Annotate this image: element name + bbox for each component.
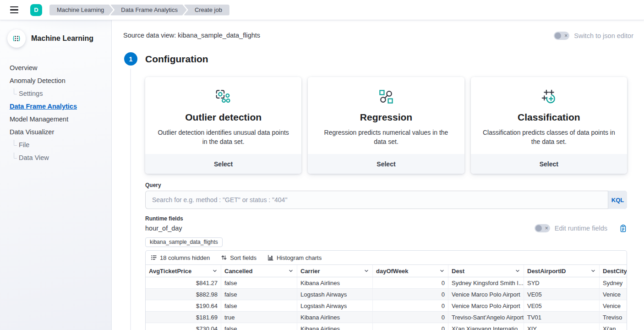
column-header-cancelled[interactable]: Cancelled — [221, 265, 297, 277]
sidebar-item-model-management[interactable]: Model Management — [10, 113, 111, 126]
table-cell[interactable]: $190.64 — [146, 300, 221, 311]
card-regression: Regression Regression predicts numerical… — [308, 77, 464, 174]
main-content: Source data view: kibana_sample_data_fli… — [112, 20, 644, 330]
table-cell[interactable]: XIY — [524, 323, 600, 330]
table-cell[interactable]: 0 — [373, 277, 448, 288]
sidebar-item-data-view[interactable]: Data View — [14, 151, 111, 164]
columns-hidden-button[interactable]: 18 columns hidden — [151, 254, 210, 261]
table-cell[interactable]: $841.27 — [146, 277, 221, 288]
table-cell[interactable]: false — [221, 289, 297, 300]
json-editor-toggle-label[interactable]: Switch to json editor — [574, 32, 633, 39]
table-cell[interactable]: Treviso-Sant'Angelo Airport — [448, 312, 524, 323]
table-cell[interactable]: Xi'an — [600, 323, 627, 330]
table-cell[interactable]: false — [221, 277, 297, 288]
chevron-down-icon — [439, 268, 445, 274]
table-cell[interactable]: false — [221, 300, 297, 311]
switch-cross-icon — [545, 224, 548, 232]
table-cell[interactable]: Venice Marco Polo Airport — [448, 300, 524, 311]
sidebar-item-overview[interactable]: Overview — [10, 61, 111, 74]
select-classification-button[interactable]: Select — [471, 154, 627, 174]
card-description: Regression predicts numerical values in … — [319, 128, 453, 147]
column-header-carrier[interactable]: Carrier — [297, 265, 373, 277]
top-header: D Machine Learning Data Frame Analytics … — [0, 0, 644, 20]
table-cell[interactable]: Logstash Airways — [297, 300, 373, 311]
table-cell[interactable]: TV01 — [524, 312, 600, 323]
column-header-dest[interactable]: Dest — [448, 265, 524, 277]
histogram-charts-button[interactable]: Histogram charts — [267, 254, 322, 261]
table-cell[interactable]: $181.69 — [146, 312, 221, 323]
column-label: Dest — [452, 268, 464, 275]
configuration-section: Outlier detection Outlier detection iden… — [145, 77, 627, 330]
column-header-destairportid[interactable]: DestAirportID — [524, 265, 600, 277]
table-cell[interactable]: Sydney — [600, 277, 627, 288]
table-cell[interactable]: $730.04 — [146, 323, 221, 330]
column-label: AvgTicketPrice — [149, 268, 191, 275]
table-cell[interactable]: Treviso — [600, 312, 627, 323]
sidebar: Machine Learning Overview Anomaly Detect… — [0, 20, 112, 330]
sidebar-item-data-visualizer[interactable]: Data Visualizer — [10, 126, 111, 138]
query-search-input[interactable] — [145, 191, 608, 209]
step-header: 1 Configuration — [124, 52, 208, 66]
breadcrumb-data-frame-analytics[interactable]: Data Frame Analytics — [110, 5, 187, 16]
column-header-dayofweek[interactable]: dayOfWeek — [373, 265, 448, 277]
card-description: Outlier detection identifies unusual dat… — [156, 128, 290, 147]
table-cell[interactable]: Logstash Airways — [297, 289, 373, 300]
table-cell[interactable]: 0 — [373, 323, 448, 330]
table-cell[interactable]: true — [221, 312, 297, 323]
select-regression-button[interactable]: Select — [308, 154, 464, 174]
column-header-destcityname[interactable]: DestCityName — [600, 265, 627, 277]
table-cell[interactable]: Sydney Kingsford Smith I... — [448, 277, 524, 288]
regression-icon — [378, 87, 394, 106]
edit-runtime-fields-switch[interactable] — [535, 224, 550, 232]
switch-thumb — [535, 225, 542, 231]
sidebar-item-data-frame-analytics[interactable]: Data Frame Analytics — [10, 100, 111, 113]
menu-hamburger-icon[interactable] — [5, 1, 23, 19]
copy-icon[interactable] — [619, 225, 627, 232]
column-header-avgticketprice[interactable]: AvgTicketPrice — [146, 265, 221, 277]
table-cell[interactable]: Kibana Airlines — [297, 323, 373, 330]
sidebar-item-anomaly-detection[interactable]: Anomaly Detection — [10, 74, 111, 87]
edit-runtime-fields-label[interactable]: Edit runtime fields — [555, 225, 607, 232]
breadcrumb-machine-learning[interactable]: Machine Learning — [49, 5, 113, 16]
table-cell[interactable]: Xi'an Xianyang Internatio... — [448, 323, 524, 330]
table-row: $730.04 false Kibana Airlines 0 Xi'an Xi… — [146, 323, 627, 330]
table-cell[interactable]: Venice — [600, 289, 627, 300]
table-cell[interactable]: Venice — [600, 300, 627, 311]
table-cell[interactable]: Venice Marco Polo Airport — [448, 289, 524, 300]
kql-language-button[interactable]: KQL — [608, 191, 627, 209]
histogram-charts-label: Histogram charts — [277, 254, 322, 261]
table-cell[interactable]: SYD — [524, 277, 600, 288]
json-editor-switch[interactable] — [554, 32, 569, 40]
table-cell[interactable]: 0 — [373, 312, 448, 323]
table-cell[interactable]: VE05 — [524, 289, 600, 300]
table-cell[interactable]: Kibana Airlines — [297, 277, 373, 288]
column-label: Cancelled — [224, 268, 252, 275]
table-cell[interactable]: Kibana Airlines — [297, 312, 373, 323]
table-cell[interactable]: VE05 — [524, 300, 600, 311]
sort-fields-button[interactable]: Sort fields — [221, 254, 257, 261]
chevron-down-icon — [590, 268, 596, 274]
breadcrumb-create-job[interactable]: Create job — [184, 5, 229, 16]
column-label: DestAirportID — [527, 268, 566, 275]
table-cell[interactable]: 0 — [373, 289, 448, 300]
card-outlier-detection: Outlier detection Outlier detection iden… — [145, 77, 301, 174]
json-editor-toggle-row: Switch to json editor — [554, 32, 633, 40]
table-cell[interactable]: 0 — [373, 300, 448, 311]
sidebar-item-file[interactable]: File — [14, 138, 111, 151]
table-row: $181.69 true Kibana Airlines 0 Treviso-S… — [146, 312, 627, 323]
runtime-fields-label: Runtime fields — [145, 215, 627, 222]
breadcrumb: Machine Learning Data Frame Analytics Cr… — [49, 5, 229, 16]
step-number-badge: 1 — [124, 52, 137, 66]
table-body: $841.27 false Kibana Airlines 0 Sydney K… — [146, 277, 627, 330]
card-body: Outlier detection Outlier detection iden… — [145, 77, 301, 154]
sidebar-item-settings[interactable]: Settings — [14, 87, 111, 100]
column-label: Carrier — [300, 268, 320, 275]
runtime-fields-controls: Edit runtime fields — [535, 224, 627, 232]
select-outlier-detection-button[interactable]: Select — [145, 154, 301, 174]
job-type-cards: Outlier detection Outlier detection iden… — [145, 77, 627, 174]
table-cell[interactable]: $882.98 — [146, 289, 221, 300]
space-avatar[interactable]: D — [30, 4, 42, 16]
table-cell[interactable]: false — [221, 323, 297, 330]
index-badge-row: kibana_sample_data_flights — [145, 237, 627, 247]
table-row: $190.64 false Logstash Airways 0 Venice … — [146, 300, 627, 312]
